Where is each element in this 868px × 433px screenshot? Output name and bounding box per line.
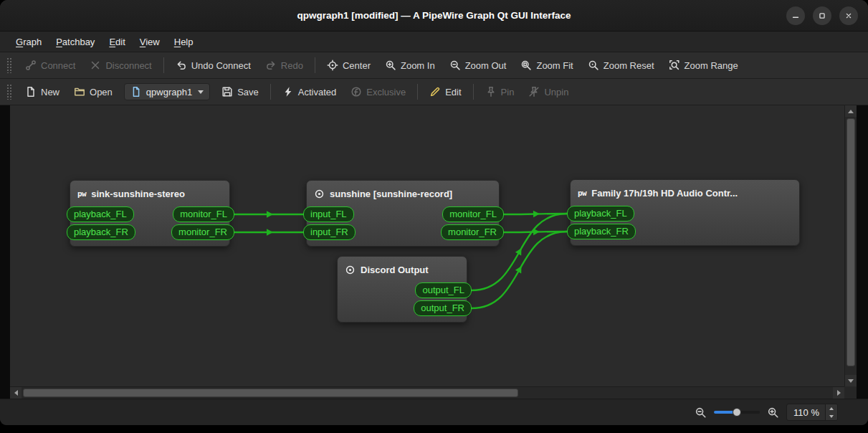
graph-canvas[interactable]: pwsink-sunshine-stereoplayback_FLmonitor… — [10, 105, 844, 386]
patchbay-file-combo[interactable]: qpwgraph1 — [124, 83, 210, 100]
zoom-value: 110 % — [787, 404, 825, 420]
vertical-scroll-thumb[interactable] — [846, 118, 855, 366]
port-monitor_FL[interactable]: monitor_FL — [442, 206, 504, 222]
center-button[interactable]: Center — [320, 57, 377, 74]
port-playback_FR[interactable]: playback_FR — [567, 224, 636, 239]
toolbar-separator — [417, 84, 418, 100]
node-header: Discord Output — [338, 257, 467, 282]
menu-view[interactable]: View — [133, 34, 167, 50]
unpin-button-label: Unpin — [544, 87, 568, 97]
menu-help[interactable]: Help — [167, 34, 201, 50]
save-icon — [221, 86, 233, 97]
close-icon[interactable] — [839, 6, 858, 25]
port-row: output_FR — [334, 300, 472, 316]
zoom-in-button[interactable]: Zoom In — [378, 57, 442, 74]
edit-button[interactable]: Edit — [423, 83, 467, 100]
pipewire-icon: pw — [578, 189, 586, 197]
node-family-audio[interactable]: pwFamily 17h/19h HD Audio Contr...playba… — [570, 179, 800, 246]
zoom-slider-handle[interactable] — [733, 408, 741, 417]
zoom-fit-button[interactable]: Zoom Fit — [514, 57, 579, 74]
port-output_FR[interactable]: output_FR — [414, 300, 472, 316]
port-playback_FL[interactable]: playback_FL — [67, 206, 134, 222]
disconnect-icon — [90, 60, 101, 71]
arrow-down-icon — [848, 379, 854, 383]
vertical-scrollbar[interactable] — [844, 105, 857, 386]
toolbar-main: ConnectDisconnectUndo ConnectRedoCenterZ… — [0, 52, 868, 79]
horizontal-scroll-thumb[interactable] — [23, 389, 518, 397]
node-discord-output[interactable]: Discord Outputoutput_FLoutput_FR — [337, 256, 467, 323]
port-input_FL[interactable]: input_FL — [303, 206, 354, 222]
center-button-label: Center — [343, 60, 371, 71]
patchbay-file-combo-label: qpwgraph1 — [146, 87, 192, 97]
scroll-up-button[interactable] — [845, 105, 857, 117]
horizontal-scrollbar[interactable] — [10, 386, 844, 399]
port-input_FR[interactable]: input_FR — [303, 224, 356, 240]
connection-arrow-icon — [515, 266, 522, 273]
port-playback_FR[interactable]: playback_FR — [67, 224, 135, 240]
port-monitor_FL[interactable]: monitor_FL — [173, 206, 234, 222]
activated-button-label: Activated — [298, 87, 336, 97]
scroll-right-button[interactable] — [833, 387, 844, 399]
zoom-spin-down-button[interactable] — [826, 412, 837, 420]
chevron-down-icon — [198, 90, 204, 94]
activated-button[interactable]: Activated — [276, 83, 343, 100]
maximize-icon[interactable] — [813, 6, 831, 25]
exclusive-icon — [350, 86, 362, 97]
unpin-icon — [528, 86, 540, 97]
scroll-left-button[interactable] — [10, 387, 22, 399]
port-monitor_FR[interactable]: monitor_FR — [171, 224, 234, 240]
arrow-up-icon — [829, 407, 834, 410]
port-monitor_FR[interactable]: monitor_FR — [441, 224, 504, 240]
zoom-reset-button[interactable]: Zoom Reset — [581, 57, 661, 74]
zoom-out-button[interactable]: Zoom Out — [443, 57, 513, 74]
port-playback_FL[interactable]: playback_FL — [567, 206, 634, 222]
connection-arrow-icon — [533, 211, 540, 218]
new-button[interactable]: New — [19, 83, 66, 100]
zoom-spinbox[interactable]: 110 % — [786, 404, 838, 421]
unpin-button[interactable]: Unpin — [522, 83, 575, 100]
pin-button[interactable]: Pin — [479, 83, 521, 100]
redo-button[interactable]: Redo — [259, 57, 310, 74]
toolbar-separator — [270, 84, 271, 100]
connection-wire[interactable] — [504, 214, 567, 214]
new-icon — [25, 86, 37, 97]
zoom-out-icon[interactable] — [695, 406, 707, 419]
zoom-in-icon[interactable] — [767, 406, 779, 419]
central-area: pwsink-sunshine-stereoplayback_FLmonitor… — [0, 105, 868, 399]
connection-arrow-icon — [533, 229, 540, 236]
zoom-slider[interactable] — [714, 406, 760, 418]
document-icon — [130, 86, 142, 97]
arrow-down-icon — [829, 415, 834, 418]
save-button[interactable]: Save — [215, 83, 265, 100]
toolbar-separator — [163, 57, 164, 73]
node-sink-sunshine-stereo[interactable]: pwsink-sunshine-stereoplayback_FLmonitor… — [70, 180, 230, 247]
open-icon — [74, 86, 85, 97]
undo-icon — [176, 60, 187, 71]
exclusive-button[interactable]: Exclusive — [344, 83, 412, 100]
activated-icon — [282, 86, 294, 97]
connection-arrow-icon — [515, 248, 522, 255]
zoom-out-icon — [449, 60, 461, 71]
vertical-scroll-track[interactable] — [845, 117, 857, 375]
titlebar[interactable]: qpwgraph1 [modified] — A PipeWire Graph … — [0, 0, 868, 32]
connection-wire[interactable] — [504, 232, 567, 232]
scroll-down-button[interactable] — [845, 375, 857, 386]
toolbar-handle[interactable] — [6, 57, 12, 73]
undo-connect-button[interactable]: Undo Connect — [169, 57, 257, 74]
connect-button[interactable]: Connect — [19, 57, 82, 74]
zoom-range-button[interactable]: Zoom Range — [662, 57, 745, 74]
menu-patchbay[interactable]: Patchbay — [49, 34, 102, 50]
menu-edit[interactable]: Edit — [102, 34, 132, 50]
minimize-icon[interactable] — [786, 6, 805, 25]
disconnect-button[interactable]: Disconnect — [83, 57, 158, 74]
node-header: pwFamily 17h/19h HD Audio Contr... — [571, 180, 799, 206]
open-button[interactable]: Open — [67, 83, 119, 100]
zoom-spin-up-button[interactable] — [826, 404, 837, 412]
toolbar-handle[interactable] — [6, 84, 12, 100]
toolbar-separator — [315, 57, 315, 73]
horizontal-scroll-track[interactable] — [22, 387, 833, 399]
port-row: playback_FRmonitor_FR — [67, 224, 234, 240]
menu-graph[interactable]: Graph — [9, 34, 49, 50]
node-sunshine[interactable]: sunshine [sunshine-record]input_FLmonito… — [306, 180, 500, 247]
port-output_FL[interactable]: output_FL — [415, 282, 472, 298]
